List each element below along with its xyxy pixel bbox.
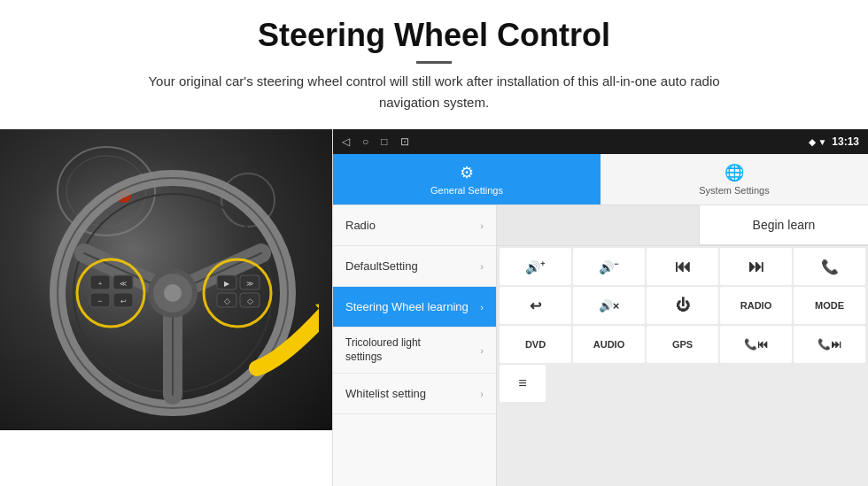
content-row: + − ≪ ↩ ▶ ◇ ≫ ◇	[0, 129, 868, 486]
button-row-2: ↩ 🔊× ⏻ RADIO MO	[497, 285, 868, 324]
back-button[interactable]: ↩	[500, 287, 571, 324]
menu-item-radio[interactable]: Radio ›	[333, 205, 496, 246]
tel-prev-icon: 📞⏮	[744, 338, 768, 351]
audio-button[interactable]: AUDIO	[573, 326, 645, 363]
tab-system[interactable]: 🌐 System Settings	[601, 154, 868, 205]
tel-next-icon: 📞⏭	[818, 338, 841, 351]
nav-buttons: ◁ ○ □ ⊡	[342, 135, 409, 148]
chevron-right-icon: ›	[480, 389, 484, 399]
mode-label: MODE	[815, 300, 844, 311]
tab-general-label: General Settings	[430, 185, 503, 196]
svg-text:◇: ◇	[224, 297, 230, 305]
steering-wheel-image: + − ≪ ↩ ▶ ◇ ≫ ◇	[27, 138, 319, 421]
menu-item-whitelist[interactable]: Whitelist setting ›	[333, 374, 496, 414]
svg-text:+: +	[98, 280, 103, 288]
prev-button[interactable]: ⏮	[647, 248, 718, 285]
tab-system-label: System Settings	[699, 185, 769, 196]
vol-up-icon: 🔊+	[525, 259, 545, 274]
svg-point-10	[164, 284, 182, 302]
car-image-panel: + − ≪ ↩ ▶ ◇ ≫ ◇	[0, 129, 332, 430]
svg-text:↩: ↩	[120, 297, 127, 305]
menu-item-steering[interactable]: Steering Wheel learning ›	[333, 287, 496, 328]
wifi-icon: ◆ ▼	[809, 137, 827, 147]
mute-icon: 🔊×	[599, 299, 620, 312]
subtitle: Your original car's steering wheel contr…	[124, 71, 744, 113]
dvd-label: DVD	[525, 339, 546, 350]
next-button[interactable]: ⏭	[720, 248, 792, 285]
nav-back-icon[interactable]: ◁	[342, 135, 350, 148]
menu-default-label: DefaultSetting	[345, 259, 418, 273]
prev-icon: ⏮	[675, 258, 691, 276]
menu-steering-label: Steering Wheel learning	[345, 300, 469, 313]
next-icon: ⏭	[748, 258, 764, 276]
menu-whitelist-label: Whitelist setting	[345, 387, 426, 400]
gps-label: GPS	[672, 339, 693, 350]
car-background: + − ≪ ↩ ▶ ◇ ≫ ◇	[0, 129, 332, 430]
android-panel: ◁ ○ □ ⊡ ◆ ▼ 13:13 ⚙ General Settings 🌐	[332, 129, 868, 486]
menu-item-tricolour[interactable]: Tricoloured lightsettings ›	[333, 328, 496, 374]
menu-radio-label: Radio	[345, 219, 376, 232]
chevron-right-icon: ›	[480, 302, 484, 312]
button-grid: 🔊+ 🔊− ⏮ ⏭ 📞	[497, 246, 868, 405]
general-settings-icon: ⚙	[460, 163, 474, 182]
mute-button[interactable]: 🔊×	[573, 287, 645, 324]
call-button[interactable]: 📞	[794, 248, 865, 285]
chevron-right-icon: ›	[480, 220, 484, 231]
menu-panel: Radio › DefaultSetting › Steering Wheel …	[333, 205, 497, 486]
tel-prev-button[interactable]: 📞⏮	[720, 326, 792, 363]
power-icon: ⏻	[676, 297, 690, 313]
vol-down-icon: 🔊−	[599, 259, 618, 274]
nav-home-icon[interactable]: ○	[362, 135, 368, 148]
header-section: Steering Wheel Control Your original car…	[0, 0, 868, 122]
vol-down-button[interactable]: 🔊−	[573, 248, 645, 285]
clock: 13:13	[832, 135, 859, 148]
menu-icon-button[interactable]: ≡	[500, 365, 546, 402]
menu-list-icon: ≡	[518, 375, 526, 391]
button-row-4: ≡	[497, 363, 868, 405]
menu-item-default[interactable]: DefaultSetting ›	[333, 246, 496, 287]
vol-up-button[interactable]: 🔊+	[500, 248, 571, 285]
radio-button[interactable]: RADIO	[720, 287, 792, 324]
system-settings-icon: 🌐	[725, 163, 744, 182]
back-icon: ↩	[530, 297, 541, 314]
svg-text:−: −	[97, 297, 102, 305]
nav-extra-icon[interactable]: ⊡	[400, 135, 409, 148]
svg-text:≫: ≫	[246, 280, 253, 288]
page-title: Steering Wheel Control	[53, 16, 815, 54]
mode-button[interactable]: MODE	[794, 287, 865, 324]
chevron-right-icon: ›	[480, 261, 484, 272]
svg-text:▶: ▶	[224, 280, 230, 288]
button-row-1: 🔊+ 🔊− ⏮ ⏭ 📞	[497, 246, 868, 285]
main-area: Radio › DefaultSetting › Steering Wheel …	[333, 205, 868, 486]
tel-next-button[interactable]: 📞⏭	[794, 326, 865, 363]
status-bar-right: ◆ ▼ 13:13	[809, 135, 859, 148]
gps-button[interactable]: GPS	[647, 326, 718, 363]
dvd-button[interactable]: DVD	[500, 326, 571, 363]
begin-learn-button[interactable]: Begin learn	[700, 205, 868, 245]
tab-general[interactable]: ⚙ General Settings	[333, 154, 601, 205]
menu-tricolour-label: Tricoloured lightsettings	[345, 336, 421, 364]
tab-bar: ⚙ General Settings 🌐 System Settings	[333, 154, 868, 205]
svg-text:◇: ◇	[247, 297, 253, 305]
control-panel: Begin learn 🔊+ 🔊−	[497, 205, 868, 486]
nav-recent-icon[interactable]: □	[381, 135, 387, 148]
status-bar: ◁ ○ □ ⊡ ◆ ▼ 13:13	[333, 129, 868, 154]
button-row-3: DVD AUDIO GPS 📞⏮	[497, 324, 868, 363]
radio-label: RADIO	[740, 300, 771, 311]
chevron-right-icon: ›	[480, 344, 484, 357]
call-icon: 📞	[821, 258, 839, 275]
audio-label: AUDIO	[593, 339, 624, 350]
empty-space	[497, 205, 700, 245]
svg-text:≪: ≪	[120, 280, 127, 288]
control-top-row: Begin learn	[497, 205, 868, 246]
title-divider	[416, 61, 452, 64]
power-button[interactable]: ⏻	[647, 287, 718, 324]
